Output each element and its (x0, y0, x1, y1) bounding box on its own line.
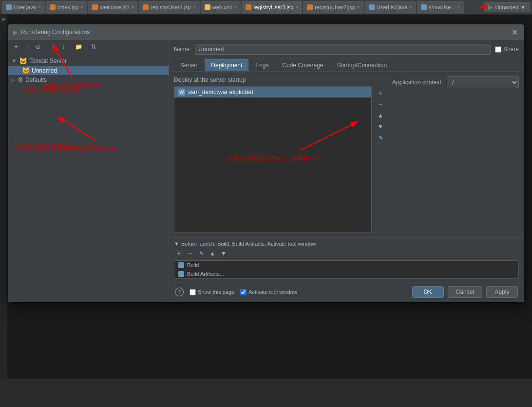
copy-config-button[interactable]: ⧉ (33, 42, 42, 52)
show-page-checkbox[interactable] (190, 289, 196, 295)
xml-icon (205, 4, 210, 10)
before-launch-list: Build Build Artifacts... (174, 260, 519, 279)
tab-label: User.java (14, 4, 36, 10)
unnamed-label: Unnamed (32, 67, 57, 74)
help-button[interactable]: ? (175, 288, 184, 296)
toolbar-separator-2 (71, 43, 71, 51)
tab-server[interactable]: Server (174, 59, 204, 71)
footer-left: ? Show this page Activate tool window (175, 288, 297, 296)
tab-user-java[interactable]: User.java × (2, 1, 45, 14)
tree-item-defaults[interactable]: ▶ ⚙ Defaults (8, 75, 169, 84)
show-page-label: Show this page (198, 289, 234, 295)
tab-code-coverage[interactable]: Code Coverage (276, 59, 329, 71)
tab-show-use[interactable]: showUse... × (417, 1, 464, 14)
toolbar-separator (45, 43, 45, 51)
remove-config-button[interactable]: − (22, 42, 32, 52)
tab-label: showUse... (429, 4, 455, 10)
tab-registry-user1[interactable]: registryUser1.jsp × (139, 1, 199, 14)
close-icon[interactable]: × (357, 4, 360, 10)
java-icon (6, 4, 12, 10)
edit-before-launch-button[interactable]: ✎ (196, 249, 206, 258)
dialog-overlay: ▶ Run/Debug Configurations ✕ + − ⧉ ↑ ↓ (0, 15, 532, 379)
tab-web-xml[interactable]: web.xml × (201, 1, 241, 14)
move-up-before-launch[interactable]: ▲ (208, 249, 217, 258)
annotation-tomcat-text: 点解这里配置tomcat (23, 86, 80, 95)
run-icon: ▶ (488, 3, 493, 11)
add-before-launch-button[interactable]: + (174, 249, 184, 258)
share-area: Share (495, 46, 519, 53)
tab-registry-user2[interactable]: registryUser2.jsp × (303, 1, 363, 14)
tab-index-jsp[interactable]: index.jsp × (46, 1, 87, 14)
app-context-row: Application context: / (392, 77, 519, 88)
tab-logs[interactable]: Logs (249, 59, 275, 71)
close-icon[interactable]: × (193, 4, 196, 10)
tree-item-unnamed[interactable]: 🐱 Unnamed (8, 66, 169, 75)
dialog-title-text: Run/Debug Configurations (21, 29, 90, 36)
run-debug-dialog: ▶ Run/Debug Configurations ✕ + − ⧉ ↑ ↓ (8, 24, 524, 302)
move-down-before-launch[interactable]: ▼ (219, 249, 228, 258)
tab-user-list[interactable]: UserList.java × (365, 1, 416, 14)
apply-button[interactable]: Apply (486, 286, 518, 298)
tab-label: registryUser1.jsp (151, 4, 191, 10)
run-debug-icon: ▶ (13, 29, 18, 36)
jsp-icon (92, 4, 98, 10)
dialog-body: + − ⧉ ↑ ↓ 📁 ⇅ ▼ (8, 40, 524, 302)
java-icon (421, 4, 427, 10)
close-icon[interactable]: × (80, 4, 83, 10)
config-tree: ▼ 🐱 Tomcat Server 🐱 Unnamed ▶ ⚙ (8, 54, 169, 302)
name-row: Name: Share (169, 40, 524, 59)
ok-button[interactable]: OK (412, 286, 444, 298)
share-checkbox[interactable] (495, 46, 501, 53)
tab-registry-user3[interactable]: registryUser3.jsp × (242, 1, 302, 14)
name-input[interactable] (195, 44, 491, 55)
tree-item-tomcat[interactable]: ▼ 🐱 Tomcat Server (8, 56, 169, 66)
collapse-icon[interactable]: ▼ (174, 241, 179, 247)
move-down-deploy-button[interactable]: ▼ (376, 122, 385, 132)
tab-label: index.jsp (57, 4, 78, 10)
folder-button[interactable]: 📁 (74, 42, 83, 52)
before-launch-toolbar: + − ✎ ▲ ▼ (174, 249, 519, 258)
expand-icon-defaults: ▶ (11, 77, 16, 83)
deploy-item-ssm[interactable]: W ssm_demo:war exploded (174, 87, 371, 97)
cancel-button[interactable]: Cancel (448, 286, 482, 298)
config-tabs-bar: Server Deployment Logs Code Coverage Sta… (169, 59, 524, 72)
deploy-item-label: ssm_demo:war exploded (188, 89, 253, 96)
close-icon[interactable]: × (234, 4, 237, 10)
tab-welcome-jsp[interactable]: welcome.jsp × (88, 1, 138, 14)
run-config-name: Unnamed (495, 4, 518, 10)
add-deploy-button[interactable]: + (376, 88, 385, 98)
jsp-icon (307, 4, 313, 10)
edit-deploy-button[interactable]: ✎ (376, 133, 385, 143)
defaults-icon: ⚙ (18, 76, 23, 83)
deploy-left: Deploy at the server startup W ssm_demo:… (174, 77, 387, 233)
app-context-select[interactable]: / (447, 77, 519, 88)
move-up-deploy-button[interactable]: ▲ (376, 111, 385, 120)
move-up-button[interactable]: ↑ (48, 42, 57, 52)
activate-tool-checkbox[interactable] (240, 289, 247, 295)
show-page-row: Show this page (190, 289, 234, 295)
tab-startup[interactable]: Startup/Connection (330, 59, 393, 71)
deploy-label: Deploy at the server startup (174, 77, 387, 83)
remove-before-launch-button[interactable]: − (185, 249, 195, 258)
tab-deployment[interactable]: Deployment (205, 59, 248, 71)
tomcat-icon: 🐱 (19, 57, 27, 65)
move-down-button[interactable]: ↓ (58, 42, 68, 52)
add-config-button[interactable]: + (11, 42, 21, 52)
dialog-titlebar: ▶ Run/Debug Configurations ✕ (8, 25, 524, 40)
close-icon[interactable]: × (132, 4, 134, 10)
close-icon[interactable]: × (295, 4, 298, 10)
close-icon[interactable]: × (38, 4, 41, 10)
before-launch-item-build: Build (174, 261, 518, 270)
tab-label: welcome.jsp (100, 4, 130, 10)
footer-right: OK Cancel Apply (412, 286, 518, 298)
sort-button[interactable]: ⇅ (89, 42, 98, 52)
dialog-close-button[interactable]: ✕ (510, 28, 519, 37)
close-icon[interactable]: × (409, 4, 412, 10)
jsp-icon (246, 4, 251, 10)
left-config-panel: + − ⧉ ↑ ↓ 📁 ⇅ ▼ (8, 40, 169, 302)
tab-label: web.xml (212, 4, 232, 10)
run-config-button[interactable]: ▶ Unnamed ▼ (484, 2, 530, 12)
deployment-panel: Deploy at the server startup W ssm_demo:… (169, 72, 524, 237)
remove-deploy-button[interactable]: − (376, 99, 385, 109)
close-icon[interactable]: × (457, 4, 460, 10)
